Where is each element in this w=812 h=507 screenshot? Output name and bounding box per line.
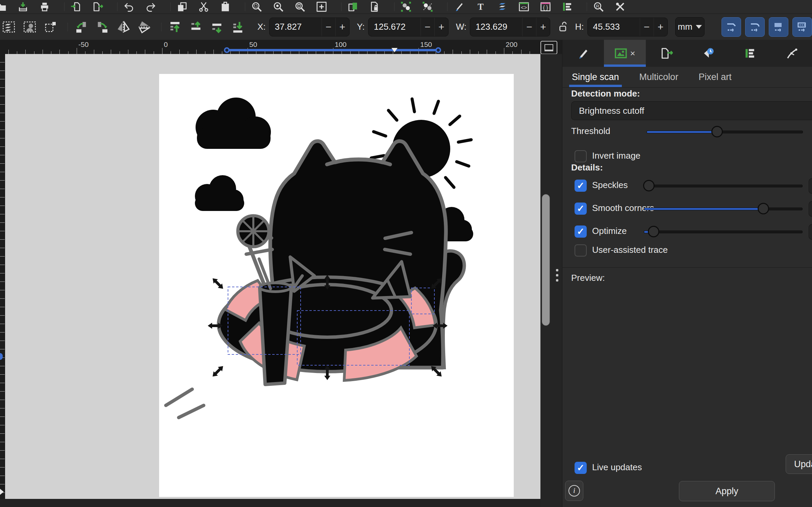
slider-handle[interactable]	[648, 226, 659, 237]
y-decrement-button[interactable]: −	[421, 18, 434, 36]
x-field[interactable]: 37.827−+	[269, 18, 350, 36]
scale-gradients-toggle[interactable]	[769, 17, 788, 37]
smooth-corners-slider[interactable]	[644, 208, 803, 210]
object-properties-icon[interactable]: { }	[539, 1, 552, 12]
redo-icon[interactable]	[144, 1, 157, 12]
subtab-pixel-art[interactable]: Pixel art	[698, 67, 732, 87]
zoom-drawing-icon[interactable]	[272, 1, 285, 12]
align-icon[interactable]	[560, 1, 574, 12]
paste-icon[interactable]	[219, 1, 232, 12]
cut-icon[interactable]	[197, 1, 210, 12]
optimize-checkbox[interactable]: ✓	[575, 225, 587, 238]
deselect-icon[interactable]	[42, 18, 59, 36]
vertical-scrollbar[interactable]	[542, 194, 550, 326]
zoom-frame-icon[interactable]	[315, 1, 328, 12]
threshold-slider[interactable]	[646, 131, 803, 133]
y-field-value[interactable]: 125.672	[369, 22, 421, 32]
zoom-page-icon[interactable]	[293, 1, 307, 12]
scale-stroke-toggle[interactable]	[721, 17, 741, 37]
select-same-icon[interactable]	[21, 18, 39, 36]
speckles-slider[interactable]	[644, 185, 803, 187]
save-icon[interactable]	[16, 1, 30, 12]
dialog-tab-selectors[interactable]	[771, 40, 812, 67]
h-field-value[interactable]: 45.533	[588, 22, 640, 32]
h-increment-button[interactable]: +	[654, 18, 667, 36]
x-field-value[interactable]: 37.827	[270, 22, 322, 32]
preferences-icon[interactable]	[613, 1, 627, 12]
w-decrement-button[interactable]: −	[522, 18, 536, 36]
flip-vertical-icon[interactable]	[135, 18, 153, 36]
find-icon[interactable]: R	[592, 1, 605, 12]
live-updates-checkbox[interactable]: ✓	[575, 462, 587, 474]
undo-icon[interactable]	[122, 1, 136, 12]
user-assisted-trace-checkbox[interactable]	[575, 244, 587, 257]
dialog-tab-history[interactable]	[687, 40, 729, 67]
dialog-tab-fill-stroke[interactable]	[562, 40, 604, 67]
lock-ratio-icon[interactable]	[558, 20, 567, 34]
canvas-viewport[interactable]	[0, 54, 540, 499]
flip-horizontal-icon[interactable]	[115, 18, 132, 36]
import-icon[interactable]	[69, 1, 83, 12]
w-field-value[interactable]: 123.629	[470, 22, 522, 32]
x-decrement-button[interactable]: −	[322, 18, 335, 36]
info-button[interactable]: i	[565, 481, 583, 501]
h-decrement-button[interactable]: −	[640, 18, 654, 36]
speckles-spinbox[interactable]	[809, 178, 812, 194]
duplicate-icon[interactable]	[346, 1, 360, 12]
rotate-cw-icon[interactable]	[94, 18, 111, 36]
y-increment-button[interactable]: +	[434, 18, 448, 36]
toolbar-divider	[341, 2, 341, 11]
rotate-ccw-icon[interactable]	[73, 18, 90, 36]
span-handle-left[interactable]	[224, 47, 230, 53]
subtab-single-scan[interactable]: Single scan	[571, 67, 620, 87]
tab-close-icon[interactable]: ×	[630, 48, 635, 59]
dialog-tab-export[interactable]	[646, 40, 687, 67]
vertical-ruler[interactable]	[0, 54, 5, 499]
ungroup-icon[interactable]	[421, 1, 434, 12]
layers-icon[interactable]	[496, 1, 509, 12]
invert-image-checkbox[interactable]	[575, 150, 587, 162]
panel-resize-grip[interactable]	[556, 269, 558, 282]
speckles-checkbox[interactable]: ✓	[575, 180, 587, 192]
dialog-tab-objects[interactable]	[729, 40, 770, 67]
update-button[interactable]: Upda	[786, 454, 812, 474]
slider-handle[interactable]	[711, 126, 723, 137]
raise-to-top-icon[interactable]	[166, 18, 184, 36]
zoom-selection-icon[interactable]	[250, 1, 263, 12]
h-field[interactable]: 45.533−+	[587, 18, 668, 36]
smooth-corners-checkbox[interactable]: ✓	[575, 203, 587, 215]
clone-icon[interactable]	[368, 1, 381, 12]
x-increment-button[interactable]: +	[335, 18, 349, 36]
slider-handle[interactable]	[643, 180, 655, 191]
cat-artwork[interactable]	[0, 54, 540, 499]
pen-icon[interactable]	[452, 1, 466, 12]
apply-button[interactable]: Apply	[679, 481, 775, 501]
span-handle-right[interactable]	[435, 47, 441, 53]
folder-open-icon[interactable]	[0, 1, 8, 12]
y-field[interactable]: 125.672−+	[368, 18, 449, 36]
dialog-tab-trace-bitmap[interactable]: ×	[604, 40, 645, 67]
w-field[interactable]: 123.629−+	[470, 18, 550, 36]
smooth-corners-spinbox[interactable]	[809, 201, 812, 217]
w-increment-button[interactable]: +	[536, 18, 550, 36]
optimize-slider[interactable]	[644, 231, 803, 233]
print-icon[interactable]	[38, 1, 51, 12]
detection-mode-select[interactable]: Brightness cutoff	[571, 101, 812, 120]
raise-icon[interactable]	[187, 18, 205, 36]
optimize-spinbox[interactable]	[809, 224, 812, 240]
scale-patterns-toggle[interactable]	[792, 17, 812, 37]
horizontal-ruler[interactable]: -50050100150200	[0, 40, 562, 54]
text-tool-icon[interactable]: T	[474, 1, 487, 12]
lower-to-bottom-icon[interactable]	[229, 18, 247, 36]
scale-corners-toggle[interactable]	[745, 17, 765, 37]
copy-icon[interactable]	[175, 1, 189, 12]
subtab-multicolor[interactable]: Multicolor	[639, 67, 679, 87]
export-icon[interactable]	[91, 1, 104, 12]
select-all-icon[interactable]	[0, 18, 18, 36]
group-icon[interactable]	[399, 1, 413, 12]
unit-dropdown[interactable]: mm	[675, 17, 705, 37]
desk-toggle-button[interactable]	[540, 41, 557, 54]
xml-editor-icon[interactable]: <>	[517, 1, 531, 12]
lower-icon[interactable]	[208, 18, 226, 36]
slider-handle[interactable]	[758, 203, 769, 214]
